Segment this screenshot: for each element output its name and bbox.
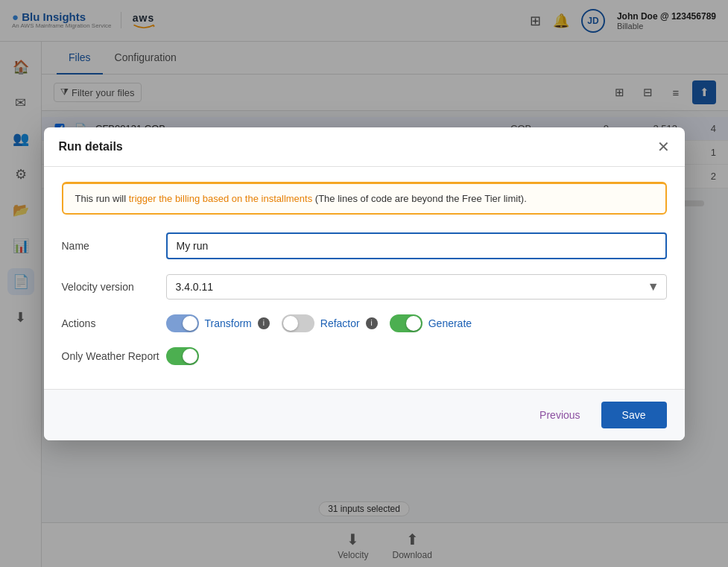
actions-row: Actions Transform i: [62, 314, 667, 332]
save-button[interactable]: Save: [601, 402, 667, 428]
close-dialog-button[interactable]: ✕: [657, 139, 670, 154]
refactor-label: Refactor: [320, 317, 360, 329]
generate-toggle[interactable]: [390, 314, 422, 332]
weather-report-row: Only Weather Report: [62, 347, 667, 365]
transform-toggle-group: Transform i: [166, 314, 270, 332]
actions-controls: Transform i Refactor i: [166, 314, 472, 332]
dialog-body: This run will trigger the billing based …: [44, 167, 685, 389]
name-input[interactable]: [166, 232, 667, 259]
dialog-title: Run details: [59, 140, 123, 153]
actions-label: Actions: [62, 317, 166, 329]
name-label: Name: [62, 240, 166, 252]
velocity-version-row: Velocity version 3.4.0.11 3.4.0.10 3.4.0…: [62, 274, 667, 300]
name-form-row: Name: [62, 232, 667, 259]
transform-toggle[interactable]: [166, 314, 199, 332]
generate-label: Generate: [428, 317, 472, 329]
billing-notice: This run will trigger the billing based …: [62, 182, 667, 215]
weather-report-label: Only Weather Report: [62, 350, 166, 362]
run-details-dialog: Run details ✕ This run will trigger the …: [44, 127, 685, 440]
weather-report-toggle[interactable]: [166, 347, 199, 365]
modal-overlay: Run details ✕ This run will trigger the …: [0, 0, 728, 567]
transform-info-icon[interactable]: i: [258, 317, 270, 329]
velocity-version-label: Velocity version: [62, 281, 166, 293]
dialog-footer: Previous Save: [44, 389, 685, 440]
velocity-version-select[interactable]: 3.4.0.11 3.4.0.10 3.4.0.9 3.3.0.8: [166, 274, 667, 300]
refactor-toggle-group: Refactor i: [282, 314, 378, 332]
dialog-header: Run details ✕: [44, 127, 685, 167]
name-field-wrapper: [166, 232, 667, 259]
velocity-select-wrapper: 3.4.0.11 3.4.0.10 3.4.0.9 3.3.0.8 ▼: [166, 274, 667, 300]
refactor-toggle[interactable]: [282, 314, 314, 332]
transform-label: Transform: [205, 317, 252, 329]
billing-highlight: trigger the billing based on the install…: [129, 193, 312, 204]
previous-button[interactable]: Previous: [528, 403, 592, 427]
generate-toggle-group: Generate: [390, 314, 472, 332]
refactor-info-icon[interactable]: i: [366, 317, 378, 329]
